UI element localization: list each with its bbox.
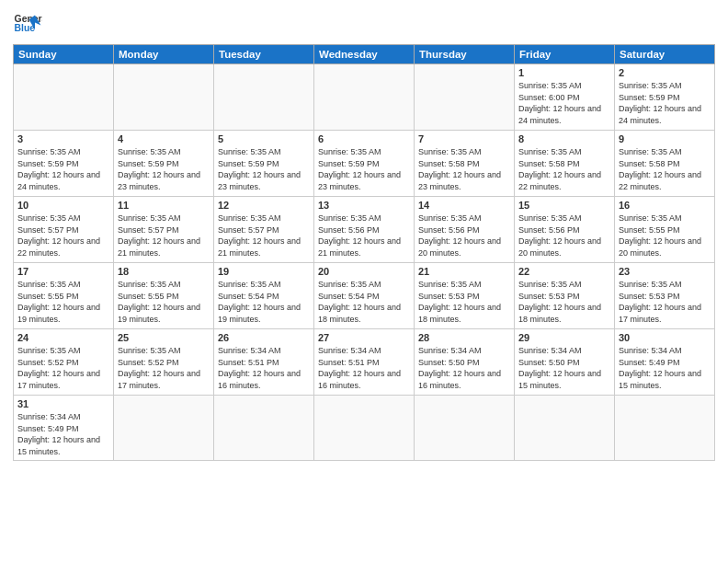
day-info: Sunrise: 5:35 AM Sunset: 5:59 PM Dayligh… — [118, 146, 210, 192]
day-number: 15 — [518, 200, 610, 211]
calendar-day-cell — [114, 64, 214, 131]
day-info: Sunrise: 5:34 AM Sunset: 5:49 PM Dayligh… — [17, 411, 109, 457]
calendar-day-cell: 19Sunrise: 5:35 AM Sunset: 5:54 PM Dayli… — [214, 263, 314, 329]
calendar-week-row: 24Sunrise: 5:35 AM Sunset: 5:52 PM Dayli… — [14, 329, 715, 396]
calendar-day-cell — [314, 64, 415, 131]
day-number: 24 — [17, 332, 109, 343]
calendar-header-sunday: Sunday — [14, 45, 114, 64]
calendar-day-cell: 27Sunrise: 5:34 AM Sunset: 5:51 PM Dayli… — [314, 329, 415, 396]
day-info: Sunrise: 5:35 AM Sunset: 5:59 PM Dayligh… — [318, 146, 410, 192]
calendar-header-thursday: Thursday — [415, 45, 515, 64]
day-info: Sunrise: 5:35 AM Sunset: 5:54 PM Dayligh… — [318, 279, 410, 325]
day-info: Sunrise: 5:35 AM Sunset: 5:57 PM Dayligh… — [218, 213, 310, 259]
calendar-day-cell: 18Sunrise: 5:35 AM Sunset: 5:55 PM Dayli… — [114, 263, 214, 329]
calendar-header-saturday: Saturday — [615, 45, 715, 64]
day-info: Sunrise: 5:35 AM Sunset: 5:56 PM Dayligh… — [518, 213, 610, 259]
calendar-day-cell: 11Sunrise: 5:35 AM Sunset: 5:57 PM Dayli… — [114, 197, 214, 263]
day-info: Sunrise: 5:35 AM Sunset: 5:53 PM Dayligh… — [518, 279, 610, 325]
calendar-day-cell: 15Sunrise: 5:35 AM Sunset: 5:56 PM Dayli… — [515, 197, 615, 263]
day-info: Sunrise: 5:35 AM Sunset: 5:55 PM Dayligh… — [619, 213, 711, 259]
day-number: 7 — [418, 133, 510, 144]
day-info: Sunrise: 5:35 AM Sunset: 5:59 PM Dayligh… — [17, 146, 109, 192]
calendar-day-cell: 9Sunrise: 5:35 AM Sunset: 5:58 PM Daylig… — [615, 131, 715, 197]
calendar-day-cell: 4Sunrise: 5:35 AM Sunset: 5:59 PM Daylig… — [114, 131, 214, 197]
calendar-day-cell: 6Sunrise: 5:35 AM Sunset: 5:59 PM Daylig… — [314, 131, 415, 197]
day-info: Sunrise: 5:35 AM Sunset: 6:00 PM Dayligh… — [518, 80, 610, 126]
day-number: 26 — [218, 332, 310, 343]
calendar-header-monday: Monday — [114, 45, 214, 64]
calendar-day-cell: 17Sunrise: 5:35 AM Sunset: 5:55 PM Dayli… — [14, 263, 114, 329]
day-number: 21 — [418, 266, 510, 277]
day-info: Sunrise: 5:35 AM Sunset: 5:58 PM Dayligh… — [518, 146, 610, 192]
day-number: 11 — [118, 200, 210, 211]
calendar: SundayMondayTuesdayWednesdayThursdayFrid… — [13, 44, 715, 461]
calendar-week-row: 31Sunrise: 5:34 AM Sunset: 5:49 PM Dayli… — [14, 396, 715, 461]
day-number: 27 — [318, 332, 410, 343]
calendar-header-wednesday: Wednesday — [314, 45, 415, 64]
calendar-day-cell: 25Sunrise: 5:35 AM Sunset: 5:52 PM Dayli… — [114, 329, 214, 396]
calendar-day-cell: 5Sunrise: 5:35 AM Sunset: 5:59 PM Daylig… — [214, 131, 314, 197]
calendar-day-cell: 2Sunrise: 5:35 AM Sunset: 5:59 PM Daylig… — [615, 64, 715, 131]
day-number: 28 — [418, 332, 510, 343]
day-number: 1 — [518, 67, 610, 78]
calendar-header-friday: Friday — [515, 45, 615, 64]
calendar-day-cell — [515, 396, 615, 461]
calendar-week-row: 10Sunrise: 5:35 AM Sunset: 5:57 PM Dayli… — [14, 197, 715, 263]
calendar-day-cell: 12Sunrise: 5:35 AM Sunset: 5:57 PM Dayli… — [214, 197, 314, 263]
day-number: 14 — [418, 200, 510, 211]
calendar-day-cell: 20Sunrise: 5:35 AM Sunset: 5:54 PM Dayli… — [314, 263, 415, 329]
day-info: Sunrise: 5:35 AM Sunset: 5:57 PM Dayligh… — [118, 213, 210, 259]
calendar-day-cell: 23Sunrise: 5:35 AM Sunset: 5:53 PM Dayli… — [615, 263, 715, 329]
day-info: Sunrise: 5:35 AM Sunset: 5:58 PM Dayligh… — [619, 146, 711, 192]
calendar-day-cell — [415, 64, 515, 131]
day-info: Sunrise: 5:35 AM Sunset: 5:53 PM Dayligh… — [418, 279, 510, 325]
day-info: Sunrise: 5:34 AM Sunset: 5:51 PM Dayligh… — [218, 345, 310, 391]
calendar-day-cell: 13Sunrise: 5:35 AM Sunset: 5:56 PM Dayli… — [314, 197, 415, 263]
calendar-day-cell: 1Sunrise: 5:35 AM Sunset: 6:00 PM Daylig… — [515, 64, 615, 131]
day-info: Sunrise: 5:35 AM Sunset: 5:55 PM Dayligh… — [17, 279, 109, 325]
calendar-day-cell: 10Sunrise: 5:35 AM Sunset: 5:57 PM Dayli… — [14, 197, 114, 263]
day-number: 4 — [118, 133, 210, 144]
day-number: 22 — [518, 266, 610, 277]
calendar-day-cell: 28Sunrise: 5:34 AM Sunset: 5:50 PM Dayli… — [415, 329, 515, 396]
calendar-week-row: 1Sunrise: 5:35 AM Sunset: 6:00 PM Daylig… — [14, 64, 715, 131]
calendar-day-cell — [214, 64, 314, 131]
day-number: 12 — [218, 200, 310, 211]
calendar-week-row: 3Sunrise: 5:35 AM Sunset: 5:59 PM Daylig… — [14, 131, 715, 197]
calendar-header-row: SundayMondayTuesdayWednesdayThursdayFrid… — [14, 45, 715, 64]
day-number: 10 — [17, 200, 109, 211]
day-number: 2 — [619, 67, 711, 78]
calendar-day-cell: 3Sunrise: 5:35 AM Sunset: 5:59 PM Daylig… — [14, 131, 114, 197]
day-number: 5 — [218, 133, 310, 144]
day-info: Sunrise: 5:35 AM Sunset: 5:52 PM Dayligh… — [17, 345, 109, 391]
logo-icon: General Blue — [13, 9, 42, 39]
day-info: Sunrise: 5:35 AM Sunset: 5:53 PM Dayligh… — [619, 279, 711, 325]
calendar-week-row: 17Sunrise: 5:35 AM Sunset: 5:55 PM Dayli… — [14, 263, 715, 329]
calendar-day-cell: 29Sunrise: 5:34 AM Sunset: 5:50 PM Dayli… — [515, 329, 615, 396]
day-number: 19 — [218, 266, 310, 277]
calendar-day-cell: 31Sunrise: 5:34 AM Sunset: 5:49 PM Dayli… — [14, 396, 114, 461]
day-number: 13 — [318, 200, 410, 211]
day-info: Sunrise: 5:35 AM Sunset: 5:58 PM Dayligh… — [418, 146, 510, 192]
day-info: Sunrise: 5:35 AM Sunset: 5:54 PM Dayligh… — [218, 279, 310, 325]
day-number: 8 — [518, 133, 610, 144]
calendar-header-tuesday: Tuesday — [214, 45, 314, 64]
day-info: Sunrise: 5:35 AM Sunset: 5:56 PM Dayligh… — [318, 213, 410, 259]
calendar-day-cell: 24Sunrise: 5:35 AM Sunset: 5:52 PM Dayli… — [14, 329, 114, 396]
day-info: Sunrise: 5:35 AM Sunset: 5:57 PM Dayligh… — [17, 213, 109, 259]
day-number: 29 — [518, 332, 610, 343]
logo: General Blue — [13, 9, 42, 39]
day-number: 9 — [619, 133, 711, 144]
header: General Blue — [13, 9, 715, 39]
day-number: 16 — [619, 200, 711, 211]
day-info: Sunrise: 5:34 AM Sunset: 5:51 PM Dayligh… — [318, 345, 410, 391]
day-info: Sunrise: 5:34 AM Sunset: 5:50 PM Dayligh… — [418, 345, 510, 391]
day-info: Sunrise: 5:35 AM Sunset: 5:56 PM Dayligh… — [418, 213, 510, 259]
day-number: 30 — [619, 332, 711, 343]
day-number: 3 — [17, 133, 109, 144]
day-info: Sunrise: 5:35 AM Sunset: 5:52 PM Dayligh… — [118, 345, 210, 391]
calendar-day-cell — [415, 396, 515, 461]
calendar-day-cell — [114, 396, 214, 461]
day-info: Sunrise: 5:34 AM Sunset: 5:49 PM Dayligh… — [619, 345, 711, 391]
day-number: 6 — [318, 133, 410, 144]
